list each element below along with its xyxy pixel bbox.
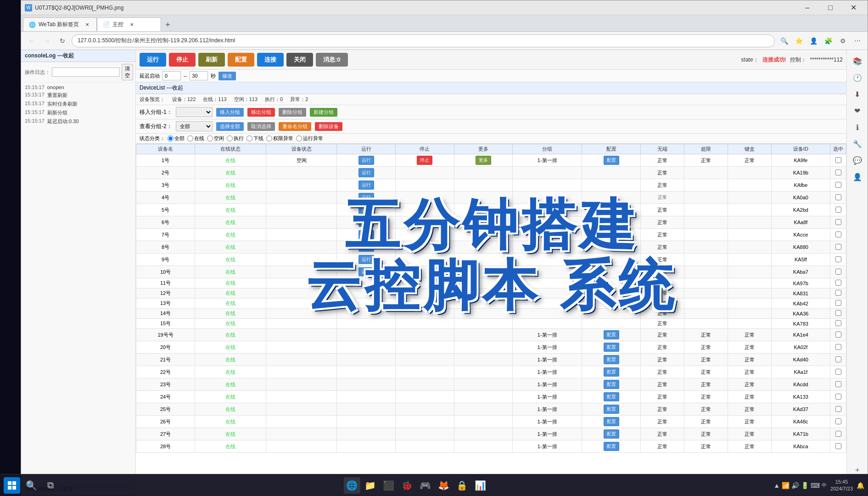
close-button[interactable]: 关闭 bbox=[286, 53, 313, 67]
forward-button[interactable]: → bbox=[40, 34, 53, 47]
cell-stop[interactable]: 停止 bbox=[395, 154, 454, 167]
run-action-btn[interactable]: 运行 bbox=[358, 255, 374, 264]
row-checkbox[interactable] bbox=[835, 194, 841, 200]
notification-icon[interactable]: 🔔 bbox=[857, 482, 864, 489]
network-icon[interactable]: 📶 bbox=[782, 482, 790, 489]
cell-config[interactable] bbox=[582, 167, 641, 179]
row-checkbox[interactable] bbox=[835, 256, 841, 262]
config-action-btn[interactable]: 配置 bbox=[604, 343, 619, 352]
delete-group-button[interactable]: 删除分组 bbox=[279, 108, 306, 117]
bookmark-icon[interactable]: ⭐ bbox=[792, 34, 805, 47]
row-checkbox[interactable] bbox=[835, 290, 841, 296]
cell-checkbox[interactable] bbox=[830, 167, 846, 179]
run-action-btn[interactable]: 运行 bbox=[358, 205, 374, 214]
row-checkbox[interactable] bbox=[835, 219, 841, 225]
row-checkbox[interactable] bbox=[835, 207, 841, 213]
row-checkbox[interactable] bbox=[835, 418, 841, 424]
close-window-button[interactable]: ✕ bbox=[843, 0, 864, 15]
row-checkbox[interactable] bbox=[835, 182, 841, 188]
operation-input[interactable] bbox=[52, 68, 120, 77]
config-action-btn[interactable]: 配置 bbox=[604, 429, 619, 439]
ime-icon[interactable]: 中 bbox=[822, 482, 827, 489]
sidebar-reading-icon[interactable]: ℹ bbox=[850, 120, 865, 135]
row-checkbox[interactable] bbox=[835, 381, 841, 387]
more-icon[interactable]: ⋯ bbox=[851, 34, 864, 47]
row-checkbox[interactable] bbox=[835, 356, 841, 362]
row-checkbox[interactable] bbox=[835, 332, 841, 338]
config-action-btn[interactable]: 配置 bbox=[604, 405, 619, 414]
move-group-select[interactable] bbox=[176, 107, 213, 117]
run-action-btn[interactable]: 运行 bbox=[358, 218, 374, 227]
filter-idle[interactable]: 空闲 bbox=[207, 135, 224, 142]
run-action-btn[interactable]: 运行 bbox=[358, 242, 374, 252]
extension-icon[interactable]: 🧩 bbox=[822, 34, 834, 47]
run-button[interactable]: 运行 bbox=[140, 53, 166, 67]
tab-main-close[interactable]: ✕ bbox=[128, 21, 135, 28]
row-checkbox[interactable] bbox=[835, 310, 841, 316]
taskview-button[interactable]: ⧉ bbox=[42, 477, 59, 494]
sidebar-user-icon[interactable]: 👤 bbox=[850, 169, 865, 184]
app5-icon[interactable]: 📊 bbox=[472, 477, 489, 494]
terminal-icon[interactable]: ⬛ bbox=[381, 477, 397, 494]
tab-wetab-close[interactable]: ✕ bbox=[84, 21, 91, 28]
cell-run[interactable]: 运行 bbox=[337, 179, 396, 192]
cell-stop[interactable] bbox=[395, 179, 454, 192]
cell-run[interactable]: 运行 bbox=[337, 167, 396, 179]
delay-input1[interactable] bbox=[162, 71, 181, 80]
refresh-nav-button[interactable]: ↻ bbox=[56, 34, 69, 47]
new-group-button[interactable]: 新建分组 bbox=[310, 108, 337, 117]
select-all-button[interactable]: 选择全部 bbox=[216, 122, 244, 131]
cell-config[interactable]: 配置 bbox=[582, 154, 641, 167]
filter-perm-error[interactable]: 权限异常 bbox=[266, 135, 293, 142]
battery-icon[interactable]: 🔋 bbox=[801, 482, 809, 489]
config-action-btn[interactable]: 配置 bbox=[604, 355, 619, 364]
row-checkbox[interactable] bbox=[835, 157, 841, 163]
delay-modify-button[interactable]: 修改 bbox=[218, 72, 236, 80]
profile-icon[interactable]: 👤 bbox=[807, 34, 820, 47]
sidebar-downloads-icon[interactable]: ⬇ bbox=[850, 87, 865, 101]
config-button[interactable]: 配置 bbox=[228, 53, 254, 67]
app3-icon[interactable]: 🦊 bbox=[436, 477, 452, 494]
new-tab-button[interactable]: + bbox=[161, 18, 174, 31]
run-action-btn[interactable]: 运行 bbox=[358, 156, 374, 165]
search-taskbar-button[interactable]: 🔍 bbox=[23, 477, 39, 494]
filter-offline[interactable]: 下线 bbox=[246, 135, 263, 142]
filter-all[interactable]: 全部 bbox=[168, 135, 185, 142]
stop-button[interactable]: 停止 bbox=[169, 53, 196, 67]
row-checkbox[interactable] bbox=[835, 231, 841, 237]
move-out-button[interactable]: 移出分组 bbox=[247, 108, 275, 117]
row-checkbox[interactable] bbox=[835, 169, 841, 175]
run-action-btn[interactable]: 运行 bbox=[358, 193, 374, 202]
filter-run-error[interactable]: 运行异常 bbox=[296, 135, 323, 142]
sidebar-favorites-icon[interactable]: ❤ bbox=[850, 103, 865, 118]
cell-more[interactable]: 更多 bbox=[454, 154, 513, 167]
edge-icon[interactable]: 🌐 bbox=[344, 477, 360, 494]
app1-icon[interactable]: 🐞 bbox=[399, 477, 415, 494]
cell-run[interactable]: 运行 bbox=[337, 154, 396, 167]
rename-group-button[interactable]: 重命名分组 bbox=[279, 122, 311, 131]
row-checkbox[interactable] bbox=[835, 280, 841, 286]
cell-more[interactable] bbox=[454, 167, 513, 179]
sidebar-history-icon[interactable]: 🕐 bbox=[850, 70, 865, 85]
settings-icon[interactable]: ⚙ bbox=[836, 34, 849, 47]
sidebar-tools-icon[interactable]: 🔧 bbox=[850, 136, 865, 151]
row-checkbox[interactable] bbox=[835, 369, 841, 375]
delete-device-button[interactable]: 删除设备 bbox=[315, 122, 342, 131]
config-action-btn[interactable]: 配置 bbox=[604, 442, 619, 451]
start-button[interactable] bbox=[4, 477, 20, 494]
address-input[interactable] bbox=[72, 34, 775, 47]
config-action-btn[interactable]: 配置 bbox=[604, 417, 619, 426]
clear-button[interactable]: 清空 bbox=[122, 64, 133, 80]
config-action-btn[interactable]: 配置 bbox=[604, 380, 619, 389]
sidebar-collections-icon[interactable]: 📚 bbox=[850, 54, 865, 68]
config-action-btn[interactable]: 配置 bbox=[604, 367, 619, 377]
config-action-btn[interactable]: 配置 bbox=[604, 392, 619, 401]
keyboard-icon[interactable]: ⌨ bbox=[811, 482, 820, 489]
row-checkbox[interactable] bbox=[835, 269, 841, 275]
config-action-btn[interactable]: 配置 bbox=[604, 330, 619, 339]
run-action-btn[interactable]: 运行 bbox=[358, 168, 374, 177]
connect-button[interactable]: 连接 bbox=[257, 53, 284, 67]
tab-main[interactable]: 📄 主控 ✕ bbox=[97, 17, 161, 31]
refresh-button[interactable]: 刷新 bbox=[198, 53, 225, 67]
row-checkbox[interactable] bbox=[835, 406, 841, 412]
